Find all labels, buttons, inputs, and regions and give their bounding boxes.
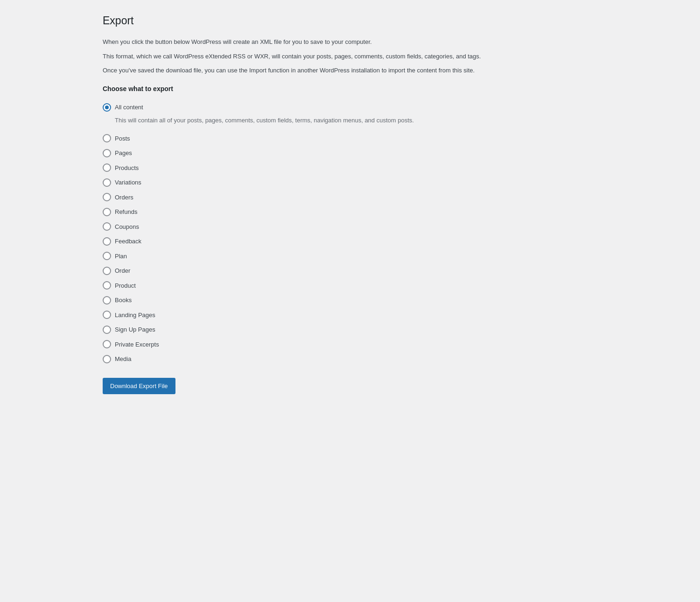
- radio-sign-up-pages-label[interactable]: Sign Up Pages: [115, 325, 155, 334]
- export-options-group: All content This will contain all of you…: [103, 100, 597, 366]
- section-heading: Choose what to export: [103, 85, 597, 92]
- description-3: Once you've saved the download file, you…: [103, 66, 597, 76]
- radio-orders[interactable]: [103, 193, 111, 201]
- radio-refunds-label[interactable]: Refunds: [115, 207, 137, 217]
- radio-item-posts[interactable]: Posts: [103, 131, 597, 146]
- radio-private-excerpts[interactable]: [103, 340, 111, 348]
- radio-item-private-excerpts[interactable]: Private Excerpts: [103, 337, 597, 352]
- download-export-button[interactable]: Download Export File: [103, 378, 175, 395]
- radio-item-products[interactable]: Products: [103, 161, 597, 176]
- radio-plan-label[interactable]: Plan: [115, 252, 127, 261]
- description-2: This format, which we call WordPress eXt…: [103, 52, 597, 62]
- description-1: When you click the button below WordPres…: [103, 37, 597, 47]
- radio-item-order[interactable]: Order: [103, 263, 597, 278]
- radio-item-sign-up-pages[interactable]: Sign Up Pages: [103, 322, 597, 337]
- radio-item-plan[interactable]: Plan: [103, 249, 597, 264]
- radio-item-refunds[interactable]: Refunds: [103, 205, 597, 220]
- radio-item-landing-pages[interactable]: Landing Pages: [103, 308, 597, 323]
- page-title: Export: [103, 14, 597, 28]
- radio-media[interactable]: [103, 355, 111, 363]
- radio-landing-pages[interactable]: [103, 311, 111, 319]
- radio-refunds[interactable]: [103, 208, 111, 216]
- radio-landing-pages-label[interactable]: Landing Pages: [115, 311, 155, 320]
- radio-posts-label[interactable]: Posts: [115, 134, 130, 143]
- radio-books[interactable]: [103, 296, 111, 305]
- radio-item-product[interactable]: Product: [103, 278, 597, 293]
- radio-products[interactable]: [103, 163, 111, 172]
- radio-private-excerpts-label[interactable]: Private Excerpts: [115, 340, 159, 349]
- radio-item-coupons[interactable]: Coupons: [103, 220, 597, 234]
- main-content: Export When you click the button below W…: [93, 0, 607, 413]
- description-block: When you click the button below WordPres…: [103, 37, 597, 76]
- radio-media-label[interactable]: Media: [115, 354, 131, 364]
- radio-pages[interactable]: [103, 149, 111, 157]
- radio-variations-label[interactable]: Variations: [115, 178, 141, 187]
- radio-item-variations[interactable]: Variations: [103, 175, 597, 190]
- radio-sign-up-pages[interactable]: [103, 326, 111, 334]
- radio-pages-label[interactable]: Pages: [115, 149, 132, 158]
- radio-product[interactable]: [103, 281, 111, 290]
- radio-item-orders[interactable]: Orders: [103, 190, 597, 205]
- radio-item-feedback[interactable]: Feedback: [103, 234, 597, 249]
- radio-item-media[interactable]: Media: [103, 352, 597, 367]
- radio-item-pages[interactable]: Pages: [103, 146, 597, 161]
- radio-books-label[interactable]: Books: [115, 296, 132, 305]
- all-content-description: This will contain all of your posts, pag…: [115, 116, 597, 126]
- radio-products-label[interactable]: Products: [115, 163, 139, 173]
- radio-coupons-label[interactable]: Coupons: [115, 222, 139, 232]
- radio-posts[interactable]: [103, 134, 111, 142]
- radio-product-label[interactable]: Product: [115, 281, 136, 290]
- radio-feedback-label[interactable]: Feedback: [115, 237, 141, 246]
- radio-all-content[interactable]: [103, 103, 111, 112]
- radio-item-all-content[interactable]: All content: [103, 100, 597, 115]
- radio-orders-label[interactable]: Orders: [115, 193, 133, 202]
- radio-plan[interactable]: [103, 252, 111, 260]
- radio-all-content-label[interactable]: All content: [115, 103, 143, 112]
- radio-variations[interactable]: [103, 178, 111, 187]
- radio-item-books[interactable]: Books: [103, 293, 597, 308]
- radio-coupons[interactable]: [103, 222, 111, 231]
- radio-order-label[interactable]: Order: [115, 266, 130, 276]
- radio-feedback[interactable]: [103, 237, 111, 246]
- radio-order[interactable]: [103, 267, 111, 275]
